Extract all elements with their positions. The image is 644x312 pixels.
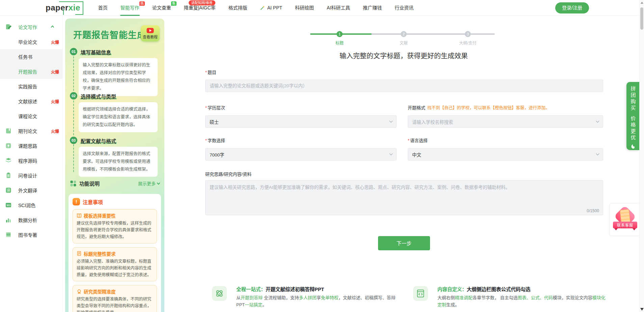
page-scrollbar[interactable] <box>639 0 644 312</box>
logo-bracket-decoration <box>75 14 83 15</box>
group-buy-banner[interactable]: 拼团购买 价格更优 <box>626 82 639 150</box>
brand-logo[interactable]: paperxie <box>46 3 80 12</box>
step-2-description: 根据研究领域选择合适的模式选择，确定学位类型和语言要求，选择具体的研究类型以匹配… <box>79 102 158 132</box>
document-icon <box>77 251 82 256</box>
note-title: 模板选择重要性 <box>77 212 153 219</box>
chevron-down-icon <box>390 152 393 155</box>
pointer-hand-icon <box>630 144 636 149</box>
grid-squares-icon <box>70 180 77 187</box>
scrollbar-down-arrow[interactable] <box>640 308 644 311</box>
sidebar-item-course-paper[interactable]: 课程论文 <box>0 109 62 123</box>
logo-bracket-decoration <box>83 1 83 15</box>
step-circle-2: 2 <box>401 31 407 37</box>
one-stop-feature: 全程一站式：开题文献综述初稿答辩PPT 从开题到答辩 全流程辅助，支持多人拼团享… <box>236 285 402 308</box>
nav-item-reduce-aigc[interactable]: 降重复|AIGC率 适配知网/维普 <box>184 0 216 16</box>
sidebar-item-paper-writing[interactable]: 论文写作 <box>0 20 62 34</box>
svg-text:译: 译 <box>7 189 10 192</box>
word-count-field-label: *字数选择 <box>205 137 225 143</box>
logo-bracket-decoration <box>63 9 64 15</box>
notes-header-row: ! 注意事项 <box>73 198 157 205</box>
translate-icon: 译 <box>5 187 12 194</box>
sidebar-item-graduation-thesis[interactable]: 毕业论文火爆 <box>0 34 62 49</box>
features-header-row: 功能说明 展示更多 <box>70 180 160 187</box>
sidebar-item-sci-polishing[interactable]: SCI SCI润色 <box>0 198 62 212</box>
word-count-select[interactable]: 7000字 <box>205 148 397 161</box>
step-circle-1: 1 <box>337 31 343 37</box>
scrollbar-up-arrow[interactable] <box>641 2 643 4</box>
nav-item-ai-ppt[interactable]: AI PPT <box>260 0 282 16</box>
one-stop-feature-icon-box <box>212 286 227 301</box>
sidebar-item-book-monograph[interactable]: 图书专著 <box>0 227 62 242</box>
clipboard-icon <box>5 172 12 179</box>
sidebar-item-task-book[interactable]: 任务书 <box>0 49 62 64</box>
show-more-link[interactable]: 展示更多 <box>138 180 160 187</box>
login-register-button[interactable]: 登录/注册 <box>555 2 589 13</box>
contact-service-widget[interactable]: 联系客服 <box>610 203 641 236</box>
notes-header: 注意事项 <box>83 198 103 205</box>
page: paperxie 首页 智能写作 热 论文查重 免 降重复|AIGC率 适配知网… <box>0 0 644 312</box>
scroll-paper-icon <box>620 209 630 224</box>
step-connector-line <box>73 56 74 91</box>
sidebar-item-literature-review[interactable]: 文献综述火爆 <box>0 94 62 109</box>
nav-item-industry-news[interactable]: 行业资讯 <box>395 0 413 16</box>
sidebar-item-topic-ideas[interactable]: 课题思路 <box>0 138 62 153</box>
note-card-template: 标题完整性要求 必须输入完整、准确的文章标题，标题直接影响研究方向的判断和相关内… <box>73 247 157 282</box>
research-idea-textarea[interactable] <box>205 180 603 215</box>
free-badge: 免 <box>171 1 177 6</box>
step-connector-line <box>73 144 74 172</box>
layers-icon <box>5 157 12 164</box>
note-body: 必须输入完整、准确的文章标题，标题直接影响研究方向的判断和相关内容的生成质量，避… <box>77 258 153 279</box>
note-title: 标题完整性要求 <box>77 250 153 257</box>
sidebar-item-source-code[interactable]: 程序源码 <box>0 153 62 168</box>
note-body: 研究类型的选择要准确具体，不同的研究类型会导致不同的开题结构和内容重点，影响最终… <box>77 296 153 312</box>
chevron-down-icon <box>596 152 599 155</box>
sidebar-item-questionnaire-design[interactable]: 问卷设计 <box>0 168 62 183</box>
nav-item-ai-research-tools[interactable]: AI科研工具 <box>327 0 350 16</box>
step-1-description: 输入完整的文章标题以获得更好的生成效果，选择对应的学位类型和学校，确保生成的开题… <box>79 58 158 96</box>
sidebar-item-foreign-translation[interactable]: 译 外文翻译 <box>0 183 62 198</box>
note-body: 建议优先选择学校专用模板，这样生成的开题报告将更符合学校的具体要求和格式规范，避… <box>77 220 153 240</box>
chevron-down-icon <box>390 119 393 123</box>
language-field-label: *语言选择 <box>408 137 428 143</box>
next-step-button[interactable]: 下一步 <box>378 236 430 250</box>
lightning-icon <box>5 142 12 149</box>
language-select[interactable]: 中文 <box>408 148 603 161</box>
sidebar-item-proposal-report[interactable]: 开题报告火爆 <box>0 64 62 79</box>
step-1-badge: 01 <box>70 48 77 55</box>
one-stop-feature-body: 从开题到答辩 全流程辅助，支持多人拼团享免单特权，文献综述、初稿撰写、答辩PPT… <box>236 294 402 308</box>
logo-bracket-decoration <box>59 1 83 2</box>
main-nav: 首页 智能写作 热 论文查重 免 降重复|AIGC率 适配知网/维普 格式排版 … <box>92 0 420 16</box>
title-input[interactable] <box>205 80 603 92</box>
guide-panel-title: 开题报告智能生成 <box>73 28 146 40</box>
sidebar-item-journal-paper[interactable]: 期刊论文火爆 <box>0 123 62 138</box>
custom-content-feature-icon-box <box>413 286 428 301</box>
custom-content-feature-title: 内容自定义：大纲侧边栏图表公式代码勾选 <box>437 285 608 292</box>
format-field-label: 开题格式找不到【自己】的学校，可以联系【橙色按钮】客服，进行添加。 <box>408 104 550 111</box>
step-connector-line <box>73 101 74 135</box>
note-card-template: 模板选择重要性 建议优先选择学校专用模板，这样生成的开题报告将更符合学校的具体要… <box>73 209 157 244</box>
nav-item-ai-writing[interactable]: 智能写作 热 <box>120 0 139 16</box>
step-2-title: 选择模式与类型 <box>80 93 117 100</box>
scrollbar-thumb[interactable] <box>640 7 643 30</box>
document-code-icon <box>416 289 425 298</box>
degree-select[interactable]: 硕士 <box>205 115 397 128</box>
nav-item-promotion[interactable]: 推广赚钱 <box>363 0 382 16</box>
chevron-up-icon <box>51 26 54 29</box>
school-search-select[interactable]: 请输入学校名称搜索 <box>408 115 603 128</box>
nav-item-plagiarism-check[interactable]: 论文查重 免 <box>152 0 171 16</box>
top-nav-bar: paperxie 首页 智能写作 热 论文查重 免 降重复|AIGC率 适配知网… <box>0 0 644 16</box>
step-2-badge: 02 <box>70 92 77 100</box>
format-hint: 找不到【自己】的学校，可以联系【橙色按钮】客服，进行添加。 <box>427 106 550 110</box>
group-buy-text-top: 拼团购买 <box>630 86 636 112</box>
sidebar-item-data-analysis[interactable]: 数据分析 <box>0 212 62 227</box>
step-1-title: 填写基础信息 <box>80 49 112 56</box>
nav-item-home[interactable]: 首页 <box>98 0 108 16</box>
nav-item-format-layout[interactable]: 格式排版 <box>229 0 247 16</box>
sidebar-item-practice-report[interactable]: 实践报告 <box>0 79 62 94</box>
view-tutorial-button[interactable]: 查看教程 <box>141 25 160 41</box>
brand-logo-part2: xie <box>69 3 80 12</box>
nav-item-research-drawing[interactable]: 科研绘图 <box>295 0 314 16</box>
guide-panel: 开题报告智能生成 查看教程 01 填写基础信息 输入完整的文章标题以获得更好的生… <box>65 19 164 312</box>
step-3-title: 配置文献与格式 <box>80 137 117 144</box>
notes-card: ! 注意事项 模板选择重要性 建议优先选择学校专用模板，这样生成的开题报告将更符… <box>69 194 161 312</box>
